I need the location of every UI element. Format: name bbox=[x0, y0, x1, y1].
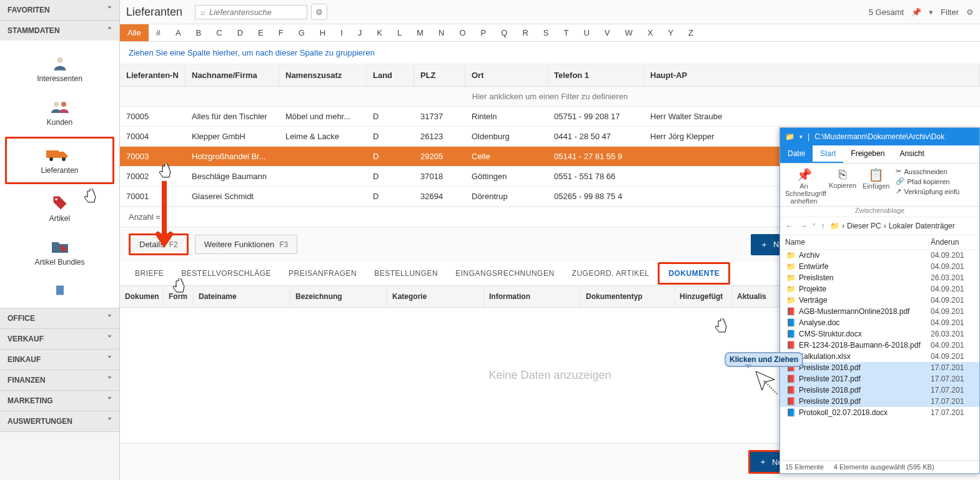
doc-col-hinzugefuegt[interactable]: Hinzugefügt bbox=[675, 286, 732, 307]
alpha-char[interactable]: L bbox=[390, 24, 409, 41]
ribbon-tab-freigeben[interactable]: Freigeben bbox=[843, 145, 892, 163]
file-item[interactable]: 📕ER-1234-2018-Baumann-6-2018.pdf04.09.20… bbox=[780, 340, 979, 351]
file-item[interactable]: 📁Preislisten26.03.201 bbox=[780, 272, 979, 283]
nav-section-finanzen[interactable]: FINANZEN˅ bbox=[0, 370, 119, 390]
nav-section-auswertungen[interactable]: AUSWERTUNGEN˅ bbox=[0, 411, 119, 431]
sidebar-item-artikel[interactable]: Artikel bbox=[0, 187, 119, 230]
table-row[interactable]: 70005Alles für den TischlerMöbel und meh… bbox=[120, 107, 980, 127]
col-name[interactable]: Name bbox=[785, 238, 931, 247]
file-item[interactable]: 📗Kalkulation.xlsx04.09.201 bbox=[780, 351, 979, 362]
breadcrumb[interactable]: 📁 › Dieser PC › Lokaler Datenträger bbox=[830, 222, 955, 230]
col-nachname[interactable]: Nachname/Firma bbox=[186, 64, 279, 86]
col-plz[interactable]: PLZ bbox=[414, 64, 465, 86]
alpha-char[interactable]: I bbox=[333, 24, 350, 41]
ribbon-copy-path-button[interactable]: 🔗Pfad kopieren bbox=[896, 177, 959, 185]
alpha-char[interactable]: U bbox=[576, 24, 596, 41]
filter-label[interactable]: Filter bbox=[941, 7, 959, 17]
doc-col-dateiname[interactable]: Dateiname bbox=[194, 286, 290, 307]
doc-col-dokumen[interactable]: Dokumen bbox=[120, 286, 164, 307]
file-item[interactable]: 📕Preisliste 2016.pdf17.07.201 bbox=[780, 362, 979, 373]
doc-col-dokumententyp[interactable]: Dokumententyp bbox=[581, 286, 675, 307]
pin-icon[interactable]: 📌 bbox=[911, 7, 921, 17]
alpha-char[interactable]: G bbox=[291, 24, 312, 41]
alpha-char[interactable]: K bbox=[369, 24, 390, 41]
nav-section-marketing[interactable]: MARKETING˅ bbox=[0, 391, 119, 411]
nav-section-office[interactable]: OFFICE˅ bbox=[0, 308, 119, 328]
tab-bestellvorschl-ge[interactable]: BESTELLVORSCHLÄGE bbox=[172, 262, 280, 285]
ribbon-shortcut-button[interactable]: ↗Verknüpfung einfü bbox=[896, 187, 959, 195]
nav-section-favoriten[interactable]: FAVORITEN ˅ bbox=[0, 0, 119, 20]
file-item[interactable]: 📁Verträge04.09.201 bbox=[780, 295, 979, 306]
grid-filter-hint[interactable]: Hier anklicken um einen Filter zu defini… bbox=[120, 87, 980, 107]
alpha-char[interactable]: W bbox=[617, 24, 640, 41]
col-telefon[interactable]: Telefon 1 bbox=[548, 64, 644, 86]
sidebar-item-interessenten[interactable]: Interessenten bbox=[0, 47, 119, 91]
filter-dropdown-icon[interactable]: ▾ bbox=[929, 7, 933, 17]
alpha-char[interactable]: E bbox=[250, 24, 271, 41]
alpha-char[interactable]: D bbox=[230, 24, 250, 41]
sidebar-item-artikel-bundles[interactable]: Artikel Bundles bbox=[0, 230, 119, 274]
doc-col-kategorie[interactable]: Kategorie bbox=[387, 286, 484, 307]
details-button[interactable]: DetailsF2 bbox=[129, 233, 189, 255]
alpha-char[interactable]: J bbox=[350, 24, 370, 41]
tab-zugeord-artikel[interactable]: ZUGEORD. ARTIKEL bbox=[563, 262, 658, 285]
more-functions-button[interactable]: Weitere FunktionenF3 bbox=[195, 235, 298, 254]
alpha-char[interactable]: Q bbox=[493, 24, 515, 41]
doc-col-form[interactable]: Form bbox=[164, 286, 194, 307]
tab-preisanfragen[interactable]: PREISANFRAGEN bbox=[280, 262, 365, 285]
filter-settings-icon[interactable]: ⚙ bbox=[966, 7, 974, 17]
nav-section-einkauf[interactable]: EINKAUF˅ bbox=[0, 350, 119, 370]
search-input[interactable] bbox=[209, 7, 284, 17]
alpha-char[interactable]: V bbox=[597, 24, 618, 41]
col-lieferanten-nr[interactable]: Lieferanten-N bbox=[120, 64, 186, 86]
search-settings-button[interactable]: ⚙ bbox=[311, 4, 327, 20]
alpha-char[interactable]: Z bbox=[681, 24, 701, 41]
explorer-titlebar[interactable]: 📁 ▾ | C:\Mustermann\Dokumente\Archiv\Dok bbox=[780, 128, 979, 145]
col-date[interactable]: Änderun bbox=[931, 238, 974, 247]
ribbon-cut-button[interactable]: ✂Ausschneiden bbox=[896, 167, 959, 175]
ribbon-tab-datei[interactable]: Datei bbox=[780, 145, 813, 163]
breadcrumb-item[interactable]: Lokaler Datenträger bbox=[889, 222, 955, 230]
tab-bestellungen[interactable]: BESTELLUNGEN bbox=[365, 262, 447, 285]
alpha-char[interactable]: F bbox=[271, 24, 291, 41]
ribbon-copy-button[interactable]: ⎘Kopieren bbox=[829, 167, 856, 205]
nav-back-icon[interactable]: ← bbox=[785, 221, 794, 231]
col-namenszusatz[interactable]: Namenszusatz bbox=[279, 64, 367, 86]
alpha-char[interactable]: P bbox=[473, 24, 494, 41]
file-item[interactable]: 📕AGB-MustermannOnline2018.pdf04.09.201 bbox=[780, 306, 979, 317]
sidebar-item-kunden[interactable]: Kunden bbox=[0, 91, 119, 134]
nav-section-stammdaten[interactable]: STAMMDATEN ˄ bbox=[0, 21, 119, 41]
file-item[interactable]: 📁Projekte04.09.201 bbox=[780, 283, 979, 295]
tab-dokumente[interactable]: DOKUMENTE bbox=[658, 262, 730, 285]
alpha-char[interactable]: A bbox=[168, 24, 189, 41]
file-item[interactable]: 📕Preisliste 2017.pdf17.07.201 bbox=[780, 373, 979, 384]
alpha-char[interactable]: Y bbox=[660, 24, 681, 41]
tab-briefe[interactable]: BRIEFE bbox=[126, 262, 172, 285]
nav-section-verkauf[interactable]: VERKAUF˅ bbox=[0, 329, 119, 349]
alpha-char[interactable]: M bbox=[409, 24, 431, 41]
nav-up-icon[interactable]: ↑ bbox=[821, 221, 825, 231]
file-item[interactable]: 📁Entwürfe04.09.201 bbox=[780, 261, 979, 272]
breadcrumb-item[interactable]: Dieser PC bbox=[847, 222, 881, 230]
alpha-char[interactable]: B bbox=[189, 24, 209, 41]
alpha-char[interactable]: C bbox=[209, 24, 229, 41]
col-ort[interactable]: Ort bbox=[465, 64, 548, 86]
group-hint[interactable]: Ziehen Sie eine Spalte hierher, um nach … bbox=[120, 42, 980, 64]
file-item[interactable]: 📕Preisliste 2019.pdf17.07.201 bbox=[780, 396, 979, 407]
doc-col-information[interactable]: Information bbox=[484, 286, 581, 307]
alpha-char[interactable]: S bbox=[536, 24, 557, 41]
ribbon-tab-start[interactable]: Start bbox=[813, 145, 843, 163]
alpha-char[interactable]: T bbox=[556, 24, 576, 41]
ribbon-pin-button[interactable]: 📌An Schnellzugriff anheften bbox=[785, 167, 823, 205]
file-item[interactable]: 📘CMS-Struktur.docx26.03.201 bbox=[780, 328, 979, 340]
nav-history-icon[interactable]: ˅ bbox=[813, 223, 816, 230]
tab-eingangsrechnungen[interactable]: EINGANGSRECHNUNGEN bbox=[447, 262, 563, 285]
file-item[interactable]: 📕Preisliste 2018.pdf17.07.201 bbox=[780, 384, 979, 396]
alpha-char[interactable]: # bbox=[149, 24, 168, 41]
ribbon-paste-button[interactable]: 📋Einfügen bbox=[863, 167, 889, 205]
col-land[interactable]: Land bbox=[367, 64, 414, 86]
alpha-char[interactable]: O bbox=[452, 24, 473, 41]
search-input-wrapper[interactable]: ⌕ bbox=[195, 5, 307, 19]
alpha-char[interactable]: X bbox=[640, 24, 661, 41]
sidebar-item-lieferanten[interactable]: Lieferanten bbox=[5, 137, 114, 184]
